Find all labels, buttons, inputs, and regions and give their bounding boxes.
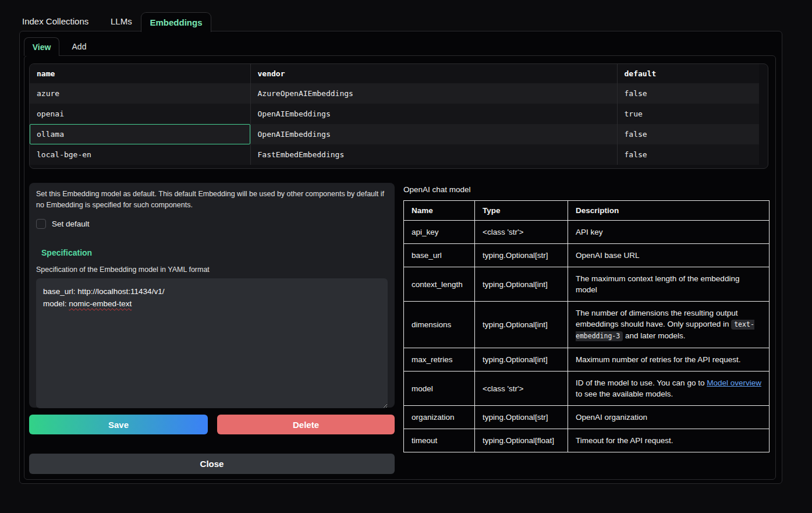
- doc-row-max_retries: max_retriestyping.Optional[int]Maximum n…: [404, 348, 770, 372]
- doc-cell-type: <class 'str'>: [475, 372, 568, 406]
- doc-cell-type: typing.Optional[str]: [475, 244, 568, 267]
- doc-row-model: model<class 'str'>ID of the model to use…: [404, 372, 770, 406]
- yaml-line: model: nomic-embed-text: [43, 298, 381, 310]
- cell-default[interactable]: false: [617, 124, 759, 144]
- model-doc-panel: OpenAI chat model Name Type Description …: [403, 185, 770, 452]
- tab-view[interactable]: View: [24, 37, 59, 56]
- doc-text: Maximum number of retries for the API re…: [576, 355, 741, 364]
- doc-row-organization: organizationtyping.Optional[str]OpenAI o…: [404, 406, 770, 429]
- doc-cell-type: typing.Optional[float]: [475, 429, 568, 452]
- column-header-default: default: [617, 64, 759, 83]
- doc-text: ID of the model to use. You can go to: [576, 378, 707, 387]
- doc-cell-description: The maximum context length of the embedd…: [568, 267, 770, 302]
- doc-cell-name: dimensions: [404, 302, 475, 348]
- doc-column-type: Type: [475, 201, 568, 221]
- set-default-row: Set default: [36, 218, 388, 229]
- view-panel: name vendor default azureAzureOpenAIEmbe…: [24, 55, 776, 480]
- embedding-detail-panel: Set this Embedding model as default. Thi…: [29, 183, 395, 408]
- cell-vendor[interactable]: FastEmbedEmbeddings: [250, 144, 617, 165]
- doc-cell-description: Timeout for the API request.: [568, 429, 770, 452]
- doc-cell-description: OpenAI organization: [568, 406, 770, 429]
- tab-add[interactable]: Add: [64, 38, 94, 55]
- misspelled-word: nomic-embed-text: [69, 299, 132, 308]
- doc-table-header: Name Type Description: [404, 201, 770, 221]
- cell-default[interactable]: false: [617, 144, 759, 165]
- doc-cell-name: max_retries: [404, 348, 475, 372]
- doc-text: The number of dimensions the resulting o…: [576, 309, 737, 328]
- doc-cell-name: organization: [404, 406, 475, 429]
- doc-table-body: api_key<class 'str'>API keybase_urltypin…: [404, 221, 770, 452]
- embeddings-table-header: name vendor default: [30, 64, 759, 83]
- column-header-vendor: vendor: [250, 64, 617, 83]
- doc-table: Name Type Description api_key<class 'str…: [403, 200, 770, 452]
- doc-cell-name: base_url: [404, 244, 475, 267]
- cell-vendor[interactable]: AzureOpenAIEmbeddings: [250, 83, 617, 104]
- doc-text: and later models.: [623, 331, 685, 340]
- delete-button[interactable]: Delete: [217, 415, 395, 434]
- doc-text: to see the available models.: [576, 390, 673, 398]
- tab-index-collections[interactable]: Index Collections: [22, 17, 88, 26]
- doc-text: OpenAI base URL: [576, 251, 640, 260]
- model-overview-link[interactable]: Model overview: [707, 378, 761, 387]
- close-button[interactable]: Close: [29, 454, 395, 474]
- yaml-editor[interactable]: base_url: http://localhost:11434/v1/mode…: [36, 278, 388, 408]
- doc-cell-description: OpenAI base URL: [568, 244, 770, 267]
- specification-heading: Specification: [41, 248, 388, 257]
- cell-default[interactable]: false: [617, 83, 759, 104]
- doc-row-context_length: context_lengthtyping.Optional[int]The ma…: [404, 267, 770, 302]
- cell-name[interactable]: azure: [30, 83, 250, 104]
- doc-cell-description: ID of the model to use. You can go to Mo…: [568, 372, 770, 406]
- doc-text: OpenAI organization: [576, 413, 647, 422]
- tab-llms[interactable]: LLMs: [111, 17, 132, 26]
- doc-column-description: Description: [568, 201, 770, 221]
- cell-default[interactable]: true: [617, 104, 759, 124]
- yaml-line: base_url: http://localhost:11434/v1/: [43, 285, 381, 298]
- cell-name[interactable]: local-bge-en: [30, 144, 250, 165]
- set-default-description: Set this Embedding model as default. Thi…: [36, 189, 385, 211]
- cell-name[interactable]: ollama: [30, 124, 250, 144]
- embedding-row-local-bge-en[interactable]: local-bge-enFastEmbedEmbeddingsfalse: [30, 144, 759, 165]
- doc-cell-name: model: [404, 372, 475, 406]
- doc-cell-type: typing.Optional[str]: [475, 406, 568, 429]
- cell-name[interactable]: openai: [30, 104, 250, 124]
- set-default-checkbox[interactable]: [36, 219, 46, 229]
- cell-vendor[interactable]: OpenAIEmbeddings: [250, 104, 617, 124]
- doc-row-dimensions: dimensionstyping.Optional[int]The number…: [404, 302, 770, 348]
- doc-cell-description: API key: [568, 221, 770, 244]
- cell-vendor[interactable]: OpenAIEmbeddings: [250, 124, 617, 144]
- embeddings-table-body: azureAzureOpenAIEmbeddingsfalseopenaiOpe…: [30, 83, 759, 165]
- doc-text: The maximum context length of the embedd…: [576, 274, 739, 294]
- tab-embeddings[interactable]: Embeddings: [141, 12, 211, 32]
- doc-panel-title: OpenAI chat model: [403, 185, 770, 194]
- doc-cell-type: typing.Optional[int]: [475, 267, 568, 302]
- specification-description: Specification of the Embedding model in …: [36, 266, 388, 274]
- embedding-row-azure[interactable]: azureAzureOpenAIEmbeddingsfalse: [30, 83, 759, 104]
- doc-row-timeout: timeouttyping.Optional[float]Timeout for…: [404, 429, 770, 452]
- doc-cell-name: context_length: [404, 267, 475, 302]
- doc-cell-name: timeout: [404, 429, 475, 452]
- embeddings-panel: View Add name vendor default azureAzureO…: [19, 31, 782, 484]
- set-default-label: Set default: [52, 220, 90, 228]
- embedding-row-openai[interactable]: openaiOpenAIEmbeddingstrue: [30, 104, 759, 124]
- doc-cell-type: <class 'str'>: [475, 221, 568, 244]
- doc-cell-description: The number of dimensions the resulting o…: [568, 302, 770, 348]
- doc-row-base_url: base_urltyping.Optional[str]OpenAI base …: [404, 244, 770, 267]
- doc-row-api_key: api_key<class 'str'>API key: [404, 221, 770, 244]
- embeddings-table: name vendor default azureAzureOpenAIEmbe…: [29, 63, 768, 169]
- column-header-name: name: [30, 64, 250, 83]
- save-button[interactable]: Save: [29, 415, 208, 434]
- doc-cell-type: typing.Optional[int]: [475, 302, 568, 348]
- doc-cell-name: api_key: [404, 221, 475, 244]
- doc-column-name: Name: [404, 201, 475, 221]
- doc-cell-type: typing.Optional[int]: [475, 348, 568, 372]
- doc-text: API key: [576, 228, 603, 236]
- doc-text: Timeout for the API request.: [576, 436, 673, 445]
- doc-cell-description: Maximum number of retries for the API re…: [568, 348, 770, 372]
- embedding-row-ollama[interactable]: ollamaOpenAIEmbeddingsfalse: [30, 124, 759, 144]
